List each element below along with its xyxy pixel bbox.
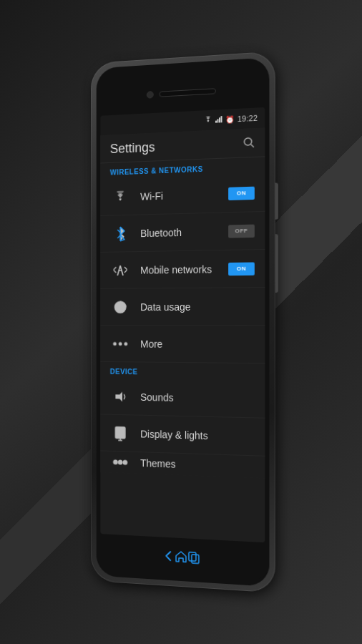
data-usage-label: Data usage: [140, 301, 255, 313]
data-usage-icon: [110, 296, 131, 318]
mobile-networks-toggle[interactable]: ON: [228, 262, 255, 275]
svg-rect-0: [215, 121, 217, 123]
svg-point-16: [119, 342, 122, 346]
svg-rect-26: [189, 552, 196, 562]
signal-status-icon: [215, 115, 222, 125]
wifi-status-icon: [204, 116, 212, 125]
bluetooth-toggle[interactable]: OFF: [228, 224, 255, 238]
more-icon: [110, 333, 131, 354]
camera-dot: [147, 91, 154, 98]
nav-back-button[interactable]: [162, 550, 175, 563]
settings-item-sounds[interactable]: Sounds: [100, 378, 265, 418]
settings-item-mobile-networks[interactable]: Mobile networks ON: [100, 250, 265, 289]
svg-point-24: [118, 459, 123, 464]
nav-bar: [148, 537, 215, 577]
status-time: 19:22: [238, 114, 258, 124]
svg-rect-2: [219, 117, 220, 122]
bluetooth-label: Bluetooth: [140, 225, 228, 239]
themes-label: Themes: [140, 457, 255, 473]
svg-rect-1: [217, 119, 219, 122]
page-title: Settings: [110, 140, 155, 157]
wifi-icon: [110, 186, 131, 208]
mobile-networks-icon: [110, 260, 131, 281]
svg-point-4: [244, 137, 251, 145]
display-icon: [110, 422, 131, 444]
wifi-label: Wi-Fi: [140, 187, 228, 202]
display-label: Display & lights: [140, 428, 255, 442]
settings-item-more[interactable]: More: [100, 326, 265, 364]
mobile-networks-label: Mobile networks: [140, 263, 228, 276]
phone-screen: ⏰ 19:22 Settings WIRELESS: [100, 107, 265, 542]
svg-point-17: [124, 342, 127, 346]
nav-recents-button[interactable]: [187, 551, 200, 565]
settings-item-bluetooth[interactable]: Bluetooth OFF: [100, 212, 265, 253]
wifi-toggle[interactable]: ON: [228, 186, 255, 200]
settings-content: Settings WIRELESS & NETWORKS: [100, 128, 265, 543]
phone-bezel: ⏰ 19:22 Settings WIRELESS: [97, 57, 270, 587]
nav-home-button[interactable]: [175, 550, 187, 564]
more-label: More: [140, 338, 255, 350]
svg-point-15: [113, 342, 117, 346]
sounds-icon: [110, 386, 131, 407]
section-device-header: DEVICE: [100, 362, 265, 381]
settings-item-themes-partial[interactable]: Themes: [100, 451, 265, 478]
speaker-grille: [159, 88, 215, 97]
bluetooth-icon: [110, 223, 131, 244]
svg-rect-3: [221, 116, 222, 122]
svg-marker-18: [115, 391, 122, 401]
settings-item-display[interactable]: Display & lights: [100, 414, 265, 456]
svg-line-5: [251, 144, 254, 147]
settings-item-data-usage[interactable]: Data usage: [100, 288, 265, 326]
settings-item-wifi[interactable]: Wi-Fi ON: [100, 174, 265, 216]
svg-rect-20: [117, 429, 123, 436]
svg-point-25: [122, 460, 127, 465]
themes-icon: [110, 452, 131, 474]
svg-point-23: [113, 459, 118, 464]
sounds-label: Sounds: [140, 391, 255, 405]
svg-rect-27: [192, 555, 199, 564]
search-button[interactable]: [243, 136, 254, 151]
phone-device: ⏰ 19:22 Settings WIRELESS: [91, 51, 275, 592]
status-icons: ⏰ 19:22: [204, 114, 258, 125]
alarm-status-icon: ⏰: [226, 115, 235, 124]
